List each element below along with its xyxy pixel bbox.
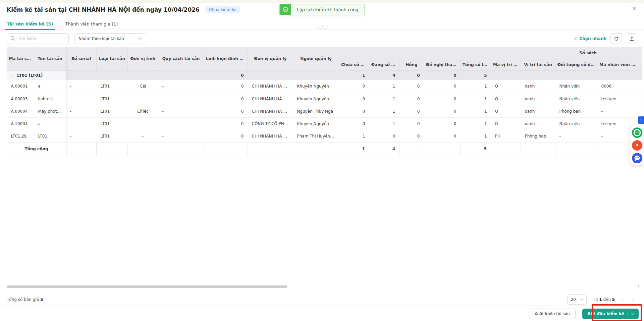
table-row[interactable]: A.00001a-LT01Cái-0CHI NHÁNH HÀ NỘIKhuyên… (7, 80, 643, 93)
group-row-cell (128, 70, 158, 80)
start-inventory-button[interactable]: Bắt đầu kiểm kê (582, 309, 639, 319)
column-header[interactable]: Tổng số lượ... (461, 59, 491, 70)
totals-cell (97, 142, 128, 156)
table-cell: 1 (369, 80, 399, 93)
column-header[interactable]: Đề nghị thanh lý (424, 59, 461, 70)
table-cell: oanh (521, 117, 555, 130)
table-cell: CHI NHÁNH HÀ NỘI (248, 80, 293, 93)
totals-cell: 5 (461, 142, 491, 156)
table-cell: LT01.29 (7, 130, 34, 142)
refresh-button[interactable] (610, 33, 622, 44)
column-header[interactable]: Loại tài sản (97, 47, 128, 70)
table-cell: 0 (399, 130, 424, 142)
export-button[interactable] (626, 33, 637, 44)
table-cell: - (66, 105, 97, 117)
group-row-cell: 0 (424, 70, 461, 80)
zalo-icon[interactable] (632, 127, 642, 138)
column-header[interactable]: Đối tượng sử dụng (555, 59, 597, 70)
column-header[interactable]: Đơn vị quản lý (248, 47, 293, 70)
table-cell: 0 (204, 105, 248, 117)
table-cell: - (128, 93, 158, 105)
table-cell: Phòng ban (555, 105, 597, 117)
column-header[interactable]: Mã nhân viên SD (597, 59, 638, 70)
table-cell: 0 (339, 117, 369, 130)
check-icon: ✓ (574, 36, 577, 41)
column-header[interactable]: Vị trí tài sản (521, 59, 555, 70)
table-cell: 0 (399, 117, 424, 130)
column-header[interactable]: Số serial (66, 47, 97, 70)
table-cell: CÔNG TY CỔ PHẦN C... (248, 117, 293, 130)
table-cell: oanh (521, 93, 555, 105)
group-row-cell (293, 70, 339, 80)
table-cell: CHI NHÁNH HÀ NỘI (248, 93, 293, 105)
table-cell: 0 (399, 80, 424, 93)
table-cell: a (34, 80, 66, 93)
totals-cell (399, 142, 424, 156)
column-header[interactable]: Tên tài sản (34, 47, 66, 70)
chat-icon[interactable] (632, 153, 642, 163)
table-cell: Phòng họp (521, 130, 555, 142)
table-cell: - (158, 130, 204, 142)
group-row-cell (66, 70, 97, 80)
table-cell: PH (491, 130, 521, 142)
totals-cell (293, 142, 339, 156)
close-icon[interactable]: × (632, 5, 637, 11)
column-header[interactable]: Mã vị trí TS (491, 59, 521, 70)
column-header[interactable]: Hỏng (399, 59, 424, 70)
column-header[interactable]: Linh kiện đính kèm (204, 47, 248, 70)
tab-members[interactable]: Thành viên tham gia (1) (65, 18, 118, 30)
group-by-select[interactable]: Nhóm theo loại tài sản (74, 33, 146, 44)
table-cell: - (66, 93, 97, 105)
column-header[interactable]: Người quản lý (293, 47, 339, 70)
table-cell: 0 (339, 93, 369, 105)
refresh-icon (614, 36, 619, 41)
group-row-cell (491, 70, 521, 80)
table-row[interactable]: A.00003linhtest-LT01--0CHI NHÁNH HÀ NỘIK… (7, 93, 643, 105)
table-row[interactable]: A.00004Máy photoc...-LT01Chiếc-0CHI NHÁN… (7, 105, 643, 117)
tab-assets[interactable]: Tài sản kiểm kê (5) (7, 18, 53, 30)
page-size-select[interactable]: 20 (567, 295, 587, 305)
column-header[interactable]: Đang sử dụ... (369, 59, 399, 70)
group-row-cell (597, 70, 638, 80)
column-header[interactable]: Chưa sử dụ... (339, 59, 369, 70)
column-header[interactable]: Mã tài sản (7, 47, 34, 70)
toast-message: Lập lịch kiểm kê thành công (291, 4, 365, 15)
table-cell: 1 (461, 105, 491, 117)
page-size-value: 20 (571, 297, 576, 302)
ai-sparkle-icon[interactable]: ✦ (632, 140, 642, 151)
table-toolbar: Nhóm theo loại tài sản ✓ Chọn nhanh (0, 33, 644, 44)
table-cell: 0 (204, 117, 248, 130)
group-row[interactable]: ⌄LT01 (LT01)014005 (7, 70, 643, 80)
prev-page-icon[interactable]: ‹ (621, 296, 623, 303)
table-cell: - (158, 117, 204, 130)
table-cell: linhtest (34, 93, 66, 105)
quick-select-label: Chọn nhanh (579, 36, 606, 41)
group-row-cell (521, 70, 555, 80)
table-cell: - (555, 130, 597, 142)
tab-bar: Tài sản kiểm kê (5) Thành viên tham gia … (0, 18, 644, 30)
pagination-range: Từ 1 đến 5 (593, 297, 615, 302)
table-cell: 0 (339, 105, 369, 117)
table-cell: - (158, 105, 204, 117)
table-row[interactable]: A.10004a-LT01--0CÔNG TY CỔ PHẦN C...Khuy… (7, 117, 643, 130)
table-cell: A.00001 (7, 80, 34, 93)
table-cell: - (158, 80, 204, 93)
table-cell: LT01 (97, 105, 128, 117)
horizontal-scrollbar[interactable] (7, 285, 287, 288)
column-header[interactable] (638, 59, 642, 70)
search-input[interactable] (18, 36, 65, 41)
scroll-right-icon[interactable]: › (637, 283, 639, 288)
side-expand-tab[interactable]: › (638, 116, 644, 124)
export-assets-button[interactable]: Xuất khẩu tài sản (529, 309, 575, 319)
column-header[interactable]: Quy cách tài sản (158, 47, 204, 70)
table-cell: - (128, 130, 158, 142)
table-cell: CHI NHÁNH HÀ NỘI (248, 130, 293, 142)
column-header[interactable]: Đơn vị tính (128, 47, 158, 70)
total-records: Tổng số bản ghi5 (7, 297, 43, 302)
next-page-icon[interactable]: › (632, 296, 634, 303)
quick-select-button[interactable]: ✓ Chọn nhanh (574, 36, 606, 41)
column-group-empty (339, 47, 491, 59)
table-cell: Nguyễn Thùy Nga (293, 105, 339, 117)
search-box[interactable] (7, 33, 69, 44)
table-row[interactable]: LT01.29LT01-LT01--0CHI NHÁNH HÀ NỘIPhạm … (7, 130, 643, 142)
